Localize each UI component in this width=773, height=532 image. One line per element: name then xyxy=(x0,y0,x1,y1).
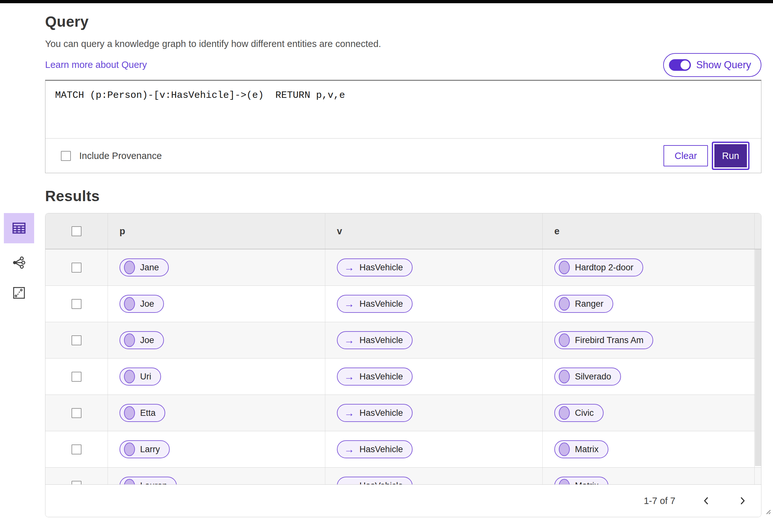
table-row: Larry →HasVehicle Matrix xyxy=(45,431,761,468)
graph-view-button[interactable] xyxy=(4,252,34,273)
node-icon xyxy=(559,479,570,484)
table-row: Etta →HasVehicle Civic xyxy=(45,395,761,431)
node-chip[interactable]: Ranger xyxy=(554,295,613,313)
node-icon xyxy=(124,370,135,383)
node-label: Joe xyxy=(140,299,154,309)
toggle-switch[interactable] xyxy=(669,59,691,71)
edge-label: HasVehicle xyxy=(359,335,403,345)
node-chip[interactable]: Hardtop 2-door xyxy=(554,258,643,276)
edge-chip[interactable]: →HasVehicle xyxy=(337,295,413,313)
row-checkbox[interactable] xyxy=(71,481,81,485)
table-row: Joe →HasVehicle Firebird Trans Am xyxy=(45,322,761,359)
chart-icon xyxy=(12,286,26,300)
node-chip[interactable]: Joe xyxy=(119,295,164,313)
node-chip[interactable]: Lauren xyxy=(119,477,177,484)
row-checkbox[interactable] xyxy=(71,299,81,309)
column-header-p: p xyxy=(107,213,325,249)
node-label: Silverado xyxy=(575,372,611,382)
table-icon xyxy=(11,220,27,236)
edge-chip[interactable]: →HasVehicle xyxy=(337,440,413,458)
node-chip[interactable]: Joe xyxy=(119,331,164,349)
header-checkbox-cell xyxy=(45,213,107,249)
pagination-range-label: 1-7 of 7 xyxy=(644,496,675,506)
node-chip[interactable]: Silverado xyxy=(554,368,621,386)
node-label: Matrix xyxy=(575,481,599,485)
node-label: Jane xyxy=(140,263,159,273)
edge-chip[interactable]: →HasVehicle xyxy=(337,477,413,484)
include-provenance-label: Include Provenance xyxy=(79,151,162,161)
query-textarea[interactable]: MATCH (p:Person)-[v:HasVehicle]->(e) RET… xyxy=(45,81,761,138)
learn-more-link[interactable]: Learn more about Query xyxy=(45,60,147,70)
node-label: Larry xyxy=(140,444,160,454)
table-body: Jane →HasVehicle Hardtop 2-door Joe →Has… xyxy=(45,249,761,484)
table-row: Lauren →HasVehicle Matrix xyxy=(45,468,761,484)
clear-button[interactable]: Clear xyxy=(664,145,708,166)
node-label: Hardtop 2-door xyxy=(575,263,634,273)
node-label: Ranger xyxy=(575,299,604,309)
edge-chip[interactable]: →HasVehicle xyxy=(337,404,413,422)
node-chip[interactable]: Etta xyxy=(119,404,165,422)
node-chip[interactable]: Uri xyxy=(119,368,161,386)
graph-icon xyxy=(12,255,26,270)
edge-arrow-icon: → xyxy=(344,335,354,345)
table-row: Uri →HasVehicle Silverado xyxy=(45,359,761,395)
node-label: Matrix xyxy=(575,444,599,454)
table-row: Joe →HasVehicle Ranger xyxy=(45,286,761,322)
include-provenance-checkbox[interactable] xyxy=(61,151,71,161)
edge-arrow-icon: → xyxy=(344,444,354,454)
query-editor-panel: MATCH (p:Person)-[v:HasVehicle]->(e) RET… xyxy=(45,80,761,173)
node-icon xyxy=(559,297,570,311)
node-label: Civic xyxy=(575,408,594,418)
previous-page-button[interactable] xyxy=(701,496,712,506)
node-chip[interactable]: Civic xyxy=(554,404,604,422)
edge-label: HasVehicle xyxy=(359,481,403,485)
pagination-bar: 1-7 of 7 xyxy=(45,484,761,517)
query-footer: Include Provenance Clear Run xyxy=(45,138,761,173)
scrollbar-thumb[interactable] xyxy=(755,249,761,466)
edge-chip[interactable]: →HasVehicle xyxy=(337,331,413,349)
run-button[interactable]: Run xyxy=(713,143,748,169)
node-icon xyxy=(559,443,570,456)
row-checkbox[interactable] xyxy=(71,372,81,382)
edge-arrow-icon: → xyxy=(344,481,354,484)
node-icon xyxy=(559,333,570,347)
page-title: Query xyxy=(45,13,761,30)
node-chip[interactable]: Jane xyxy=(119,258,169,276)
node-icon xyxy=(124,333,135,347)
main-content: Query You can query a knowledge graph to… xyxy=(0,13,773,517)
node-chip[interactable]: Matrix xyxy=(554,477,609,484)
edge-label: HasVehicle xyxy=(359,299,403,309)
row-checkbox[interactable] xyxy=(71,444,81,454)
query-description: You can query a knowledge graph to ident… xyxy=(45,39,761,49)
node-chip[interactable]: Firebird Trans Am xyxy=(554,331,653,349)
node-icon xyxy=(124,261,135,274)
node-icon xyxy=(124,406,135,420)
next-page-button[interactable] xyxy=(737,496,748,506)
node-icon xyxy=(559,261,570,274)
chart-view-button[interactable] xyxy=(4,283,34,303)
show-query-toggle-button[interactable]: Show Query xyxy=(663,53,761,77)
resize-handle-icon[interactable] xyxy=(763,507,771,515)
table-row: Jane →HasVehicle Hardtop 2-door xyxy=(45,249,761,286)
scrollbar-track xyxy=(754,249,761,484)
table-view-button[interactable] xyxy=(4,213,34,243)
row-checkbox[interactable] xyxy=(71,335,81,345)
edge-label: HasVehicle xyxy=(359,263,403,273)
node-label: Lauren xyxy=(140,481,167,485)
table-header-row: p v e xyxy=(45,213,761,249)
results-table: p v e Jane →HasVehicle Hardtop 2-door Jo… xyxy=(45,213,761,517)
edge-chip[interactable]: →HasVehicle xyxy=(337,368,413,386)
node-chip[interactable]: Larry xyxy=(119,440,170,458)
view-switcher xyxy=(4,213,34,303)
toggle-knob xyxy=(681,61,690,70)
column-header-e: e xyxy=(542,213,754,249)
node-label: Firebird Trans Am xyxy=(575,335,644,345)
node-chip[interactable]: Matrix xyxy=(554,440,609,458)
edge-arrow-icon: → xyxy=(344,408,354,418)
row-checkbox[interactable] xyxy=(71,263,81,273)
row-checkbox[interactable] xyxy=(71,408,81,418)
column-header-v: v xyxy=(325,213,542,249)
edge-chip[interactable]: →HasVehicle xyxy=(337,258,413,276)
node-label: Etta xyxy=(140,408,155,418)
select-all-checkbox[interactable] xyxy=(71,226,81,236)
